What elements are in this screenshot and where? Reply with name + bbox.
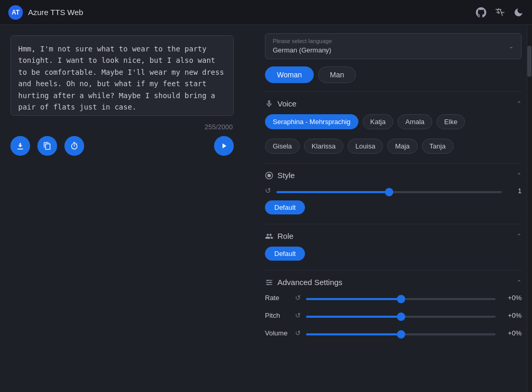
style-icon <box>265 171 273 180</box>
style-default-button[interactable]: Default <box>265 200 305 214</box>
voice-seraphina-button[interactable]: Seraphina - Mehrsprachig <box>265 114 358 129</box>
style-slider[interactable] <box>276 191 502 193</box>
style-collapse-icon[interactable]: ⌃ <box>516 172 522 179</box>
main-content: Hmm, I'm not sure what to wear to the pa… <box>0 25 532 392</box>
github-icon <box>476 7 486 18</box>
advanced-section-header: Advanced Settings ⌃ <box>265 278 522 287</box>
timer-button[interactable] <box>64 136 84 156</box>
svg-point-6 <box>270 281 271 283</box>
role-section-title: Role <box>265 232 294 240</box>
advanced-collapse-icon[interactable]: ⌃ <box>516 279 522 286</box>
volume-slider-container <box>306 328 496 337</box>
gender-row: Woman Man <box>265 66 522 83</box>
voice-klarissa-button[interactable]: Klarissa <box>304 139 343 154</box>
rate-reset-icon[interactable]: ↺ <box>295 294 301 302</box>
copy-icon <box>43 142 51 150</box>
char-count: 255/2000 <box>10 123 234 131</box>
pitch-row: Pitch ↺ +0% <box>265 310 522 320</box>
pitch-slider-container <box>306 310 496 320</box>
rate-row: Rate ↺ +0% <box>265 293 522 302</box>
toolbar <box>10 136 234 156</box>
dark-mode-button[interactable] <box>513 7 524 18</box>
scrollbar-track <box>527 25 532 392</box>
rate-label: Rate <box>265 294 290 302</box>
gender-man-button[interactable]: Man <box>318 66 356 83</box>
voice-section-header: Voice ⌃ <box>265 99 522 108</box>
style-slider-row: ↺ 1 <box>265 186 522 195</box>
download-button[interactable] <box>10 136 30 156</box>
advanced-title: Advanced Settings <box>277 278 342 287</box>
style-section-title: Style <box>265 171 295 180</box>
volume-reset-icon[interactable]: ↺ <box>295 329 301 337</box>
volume-row: Volume ↺ +0% <box>265 328 522 337</box>
timer-icon <box>70 142 78 150</box>
github-button[interactable] <box>476 7 486 18</box>
rate-value: +0% <box>501 294 522 302</box>
logo-text: AT <box>11 9 19 16</box>
app-title: Azure TTS Web <box>28 8 83 17</box>
gender-woman-button[interactable]: Woman <box>265 66 314 83</box>
role-collapse-icon[interactable]: ⌃ <box>516 233 522 240</box>
style-reset-icon[interactable]: ↺ <box>265 186 271 195</box>
play-icon <box>220 142 228 150</box>
download-icon <box>16 142 24 150</box>
voice-grid-row2: Gisela Klarissa Louisa Maja Tanja <box>265 139 522 154</box>
advanced-icon <box>265 278 273 287</box>
translate-button[interactable] <box>495 7 505 18</box>
role-section-header: Role ⌃ <box>265 232 522 240</box>
style-title: Style <box>277 171 295 180</box>
translate-icon <box>495 7 505 18</box>
copy-button[interactable] <box>37 136 57 156</box>
role-divider <box>265 224 522 224</box>
style-divider <box>265 163 522 164</box>
rate-slider-container <box>306 293 496 302</box>
voice-section-title: Voice <box>265 99 297 108</box>
style-slider-container <box>276 186 502 195</box>
role-title: Role <box>277 232 294 240</box>
volume-value: +0% <box>501 329 522 337</box>
voice-tanja-button[interactable]: Tanja <box>422 139 454 154</box>
voice-divider <box>265 91 522 92</box>
language-label: Please select language <box>273 38 332 44</box>
toolbar-right <box>214 136 234 156</box>
text-input[interactable]: Hmm, I'm not sure what to wear to the pa… <box>10 35 234 116</box>
left-panel: Hmm, I'm not sure what to wear to the pa… <box>0 25 255 392</box>
voice-elke-button[interactable]: Elke <box>436 114 465 129</box>
chevron-down-icon: ⌄ <box>509 43 514 50</box>
textarea-wrapper: Hmm, I'm not sure what to wear to the pa… <box>10 35 244 118</box>
svg-point-1 <box>268 173 271 177</box>
moon-icon <box>513 7 524 18</box>
advanced-section-title: Advanced Settings <box>265 278 342 287</box>
pitch-label: Pitch <box>265 312 290 319</box>
voice-maja-button[interactable]: Maja <box>387 139 417 154</box>
style-section-header: Style ⌃ <box>265 171 522 180</box>
header-left: AT Azure TTS Web <box>8 5 83 20</box>
voice-collapse-icon[interactable]: ⌃ <box>516 100 522 107</box>
play-button[interactable] <box>214 136 234 156</box>
volume-label: Volume <box>265 329 290 337</box>
scrollbar-thumb[interactable] <box>527 46 531 77</box>
voice-louisa-button[interactable]: Louisa <box>348 139 383 154</box>
volume-slider[interactable] <box>306 333 496 335</box>
microphone-icon <box>265 100 273 108</box>
toolbar-left <box>10 136 84 156</box>
language-value: German (Germany) <box>273 46 331 54</box>
svg-point-7 <box>268 283 269 285</box>
pitch-reset-icon[interactable]: ↺ <box>295 312 301 319</box>
language-dropdown[interactable]: Please select language German (Germany) … <box>265 33 522 59</box>
role-default-button[interactable]: Default <box>265 247 305 261</box>
role-icon <box>265 232 273 240</box>
voice-grid-row1: Seraphina - Mehrsprachig Katja Amala Elk… <box>265 114 522 129</box>
app-header: AT Azure TTS Web <box>0 0 532 25</box>
voice-amala-button[interactable]: Amala <box>397 114 432 129</box>
advanced-divider <box>265 270 522 271</box>
style-slider-value: 1 <box>507 187 522 195</box>
voice-title: Voice <box>277 99 297 108</box>
rate-slider[interactable] <box>306 298 496 300</box>
pitch-slider[interactable] <box>306 316 496 318</box>
voice-gisela-button[interactable]: Gisela <box>265 139 300 154</box>
pitch-value: +0% <box>501 312 522 319</box>
svg-point-5 <box>267 279 269 281</box>
voice-katja-button[interactable]: Katja <box>363 114 394 129</box>
language-info: Please select language German (Germany) <box>273 38 332 55</box>
